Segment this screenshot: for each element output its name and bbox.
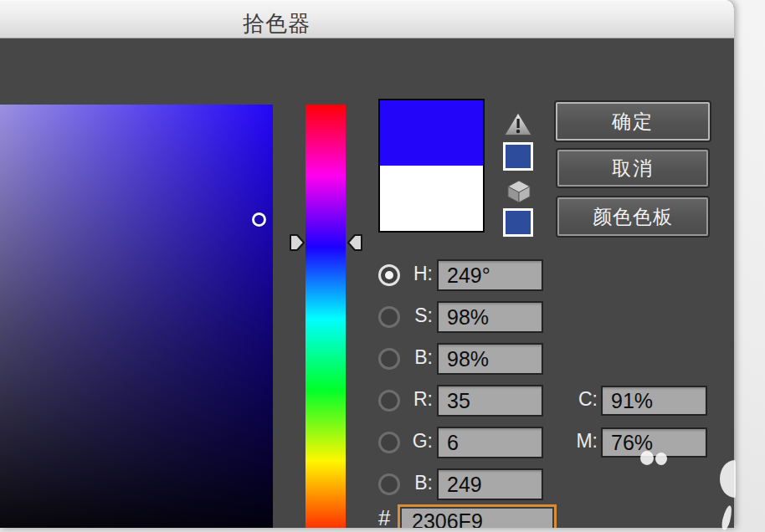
- web-safe-cube-icon[interactable]: [506, 179, 532, 204]
- input-b[interactable]: [437, 343, 543, 375]
- label-h: H:: [400, 263, 433, 285]
- input-s[interactable]: [437, 301, 543, 333]
- color-swatches-button[interactable]: 颜色色板: [557, 197, 708, 236]
- previous-color-region[interactable]: [380, 166, 483, 231]
- hex-input[interactable]: [398, 504, 557, 528]
- input-g[interactable]: [437, 427, 543, 458]
- color-preview: [378, 99, 485, 233]
- dialog-title: 拾色器: [243, 9, 311, 38]
- new-color-region: [380, 100, 483, 166]
- web-safe-swatch[interactable]: [503, 208, 533, 237]
- hue-arrow-right-icon[interactable]: [347, 233, 363, 253]
- input-b2[interactable]: [437, 468, 543, 500]
- input-h[interactable]: [437, 259, 543, 291]
- dialog-titlebar[interactable]: 拾色器: [0, 0, 734, 38]
- label-c: C:: [566, 388, 598, 411]
- radio-s[interactable]: [378, 306, 400, 328]
- radio-r[interactable]: [378, 390, 400, 412]
- ok-button[interactable]: 确定: [556, 102, 710, 141]
- cancel-button[interactable]: 取消: [557, 150, 708, 187]
- hue-slider[interactable]: [305, 105, 346, 528]
- radio-g[interactable]: [378, 432, 400, 453]
- saturation-brightness-field[interactable]: [0, 105, 273, 528]
- screen: 拾色器: [0, 0, 765, 532]
- color-field-cursor[interactable]: [252, 212, 266, 227]
- input-r[interactable]: [437, 385, 543, 417]
- label-g: G:: [400, 430, 433, 453]
- label-r: R:: [400, 388, 433, 411]
- color-picker-dialog: 拾色器: [0, 0, 734, 528]
- radio-b[interactable]: [378, 348, 400, 370]
- hex-hash-label: #: [378, 505, 390, 528]
- radio-b2[interactable]: [378, 473, 400, 495]
- input-m[interactable]: [601, 427, 707, 458]
- label-m: M:: [566, 430, 598, 453]
- gamut-corrected-swatch[interactable]: [503, 142, 533, 171]
- radio-h[interactable]: [378, 264, 400, 286]
- label-b2: B:: [400, 472, 433, 494]
- gamut-warning-triangle-icon[interactable]: [502, 110, 534, 137]
- hue-arrow-left-icon[interactable]: [289, 233, 305, 253]
- label-s: S:: [400, 304, 433, 327]
- watermark-dot: [640, 451, 654, 465]
- input-c[interactable]: [601, 386, 707, 416]
- watermark-dot: [655, 453, 667, 465]
- label-b: B:: [400, 346, 433, 369]
